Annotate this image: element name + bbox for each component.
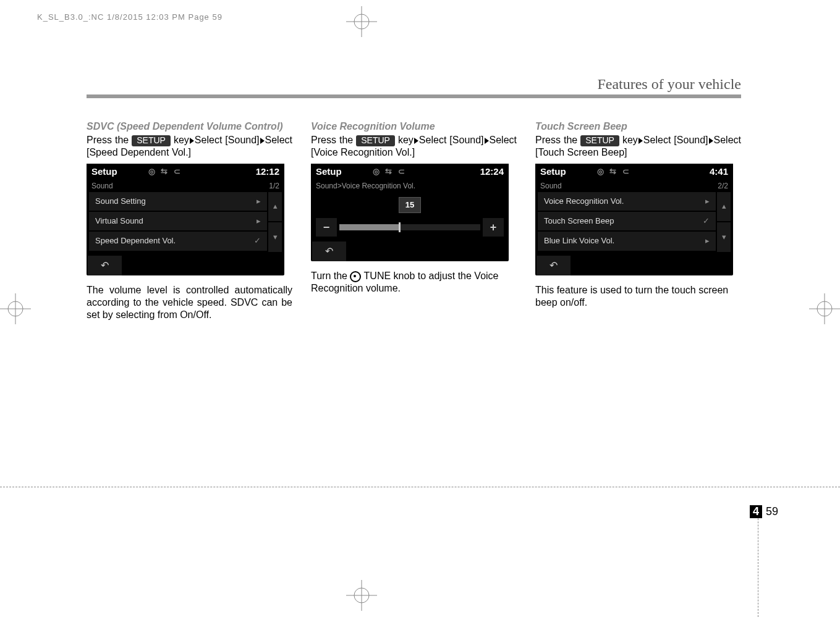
back-button[interactable]: ↶	[312, 241, 346, 261]
list-label: Voice Recognition Vol.	[544, 196, 705, 206]
list-label: Sound Setting	[95, 196, 257, 206]
page-indicator: 1/2	[269, 182, 279, 191]
text: Press the	[535, 135, 580, 145]
list-item[interactable]: Virtual Sound ▸	[89, 212, 267, 230]
column-voice-recognition: Voice Recognition Volume Press the SETUP…	[311, 120, 517, 321]
text: key	[398, 135, 414, 145]
text: Press the	[87, 135, 132, 145]
triangle-icon	[485, 138, 489, 144]
screen-title: Setup	[316, 166, 342, 178]
chapter-rule	[87, 94, 741, 98]
breadcrumb: Sound	[91, 182, 113, 191]
text: Press the	[311, 135, 356, 145]
list-label: Virtual Sound	[95, 216, 257, 226]
vr-intro: Press the SETUP keySelect [Sound]Select …	[311, 134, 517, 159]
chevron-right-icon: ▸	[257, 196, 261, 206]
chapter-number: 4	[750, 505, 762, 518]
back-button[interactable]: ↶	[88, 256, 122, 275]
beep-intro: Press the SETUP keySelect [Sound]Select …	[535, 134, 741, 159]
clock: 4:41	[710, 166, 728, 178]
volume-down-button[interactable]: −	[316, 218, 337, 237]
beep-screenshot: Setup ◎ ⇆ ⊂ 4:41 Sound 2/2 Voice Recogni…	[535, 164, 733, 275]
print-header: K_SL_B3.0_:NC 1/8/2015 12:03 PM Page 59	[37, 12, 223, 22]
list-label: Speed Dependent Vol.	[95, 236, 254, 246]
text: key	[622, 135, 638, 145]
vr-heading: Voice Recognition Volume	[311, 120, 517, 133]
list-label: Blue Link Voice Vol.	[544, 236, 705, 246]
text: Turn the	[311, 271, 350, 281]
chevron-right-icon: ▸	[705, 196, 710, 206]
text: Select [Sound]	[419, 135, 484, 145]
column-sdvc: SDVC (Speed Dependent Volume Control) Pr…	[87, 120, 292, 321]
clock: 12:12	[256, 166, 279, 178]
breadcrumb: Sound	[540, 182, 562, 191]
setup-key: SETUP	[356, 135, 395, 146]
registration-mark-top	[346, 6, 377, 37]
text: Select [Sound]	[643, 135, 708, 145]
screen-title: Setup	[91, 166, 117, 178]
chevron-right-icon: ▸	[705, 236, 710, 246]
list-item[interactable]: Sound Setting ▸	[89, 192, 267, 211]
check-icon: ✓	[703, 216, 710, 226]
clock: 12:24	[480, 166, 504, 178]
back-button[interactable]: ↶	[537, 256, 571, 275]
volume-slider[interactable]	[339, 224, 480, 230]
scroll-up-button[interactable]: ▴	[268, 192, 282, 221]
triangle-icon	[709, 138, 713, 144]
page-number-value: 59	[766, 505, 778, 518]
volume-value: 15	[399, 197, 421, 213]
chapter-title: Features of your vehicle	[597, 76, 741, 93]
triangle-icon	[414, 138, 418, 144]
fold-line-horizontal	[0, 487, 840, 487]
triangle-icon	[638, 138, 643, 144]
triangle-icon	[190, 138, 194, 144]
page-indicator: 2/2	[718, 182, 728, 191]
chevron-right-icon: ▸	[257, 216, 261, 226]
list-label: Touch Screen Beep	[544, 216, 703, 226]
volume-up-button[interactable]: +	[483, 218, 504, 237]
status-icons: ◎ ⇆ ⊂	[148, 167, 182, 177]
text: Select [Sound]	[195, 135, 260, 145]
scroll-up-button[interactable]: ▴	[717, 192, 731, 221]
sdvc-body: The volume level is controlled automatic…	[87, 284, 292, 321]
registration-mark-right	[809, 293, 840, 324]
column-touch-beep: Touch Screen Beep Press the SETUP keySel…	[535, 120, 741, 321]
vr-body: Turn the TUNE knob to adjust the Voice R…	[311, 270, 517, 295]
list-item[interactable]: Blue Link Voice Vol. ▸	[538, 232, 716, 250]
setup-key: SETUP	[132, 135, 171, 146]
check-icon: ✓	[254, 236, 261, 246]
list-item[interactable]: Voice Recognition Vol. ▸	[538, 192, 716, 211]
vr-screenshot: Setup ◎ ⇆ ⊂ 12:24 Sound>Voice Recognitio…	[311, 164, 509, 261]
triangle-icon	[260, 138, 265, 144]
text: key	[174, 135, 189, 145]
registration-mark-left	[0, 293, 31, 324]
setup-key: SETUP	[580, 135, 619, 146]
tune-knob-icon	[350, 271, 361, 282]
sdvc-screenshot: Setup ◎ ⇆ ⊂ 12:12 Sound 1/2 Sound Settin…	[87, 164, 284, 275]
breadcrumb: Sound>Voice Recognition Vol.	[316, 182, 415, 191]
registration-mark-bottom	[346, 580, 377, 611]
beep-heading: Touch Screen Beep	[535, 120, 741, 133]
scroll-down-button[interactable]: ▾	[268, 222, 282, 251]
status-icons: ◎ ⇆ ⊂	[373, 167, 407, 177]
list-item[interactable]: Touch Screen Beep ✓	[538, 212, 716, 230]
page-number: 4 59	[750, 505, 778, 518]
scroll-down-button[interactable]: ▾	[717, 222, 731, 251]
sdvc-heading: SDVC (Speed Dependent Volume Control)	[87, 120, 292, 133]
beep-body: This feature is used to turn the touch s…	[535, 284, 741, 309]
status-icons: ◎ ⇆ ⊂	[597, 167, 631, 177]
sdvc-intro: Press the SETUP keySelect [Sound]Select …	[87, 134, 292, 159]
screen-title: Setup	[540, 166, 566, 178]
fold-line-vertical	[758, 506, 758, 617]
list-item[interactable]: Speed Dependent Vol. ✓	[89, 232, 267, 250]
